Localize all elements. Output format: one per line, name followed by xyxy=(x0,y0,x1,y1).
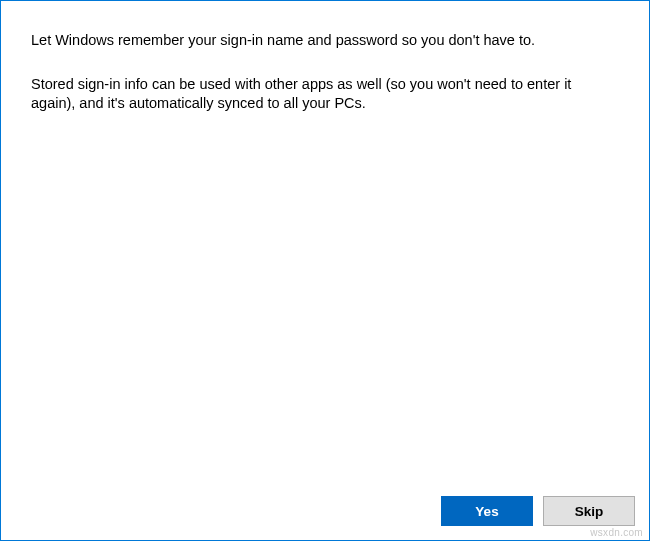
intro-text: Let Windows remember your sign-in name a… xyxy=(31,31,619,51)
skip-button[interactable]: Skip xyxy=(543,496,635,526)
detail-text: Stored sign-in info can be used with oth… xyxy=(31,75,619,114)
credential-dialog: Let Windows remember your sign-in name a… xyxy=(0,0,650,541)
yes-button[interactable]: Yes xyxy=(441,496,533,526)
button-row: Yes Skip xyxy=(441,496,635,526)
dialog-content: Let Windows remember your sign-in name a… xyxy=(1,1,649,540)
